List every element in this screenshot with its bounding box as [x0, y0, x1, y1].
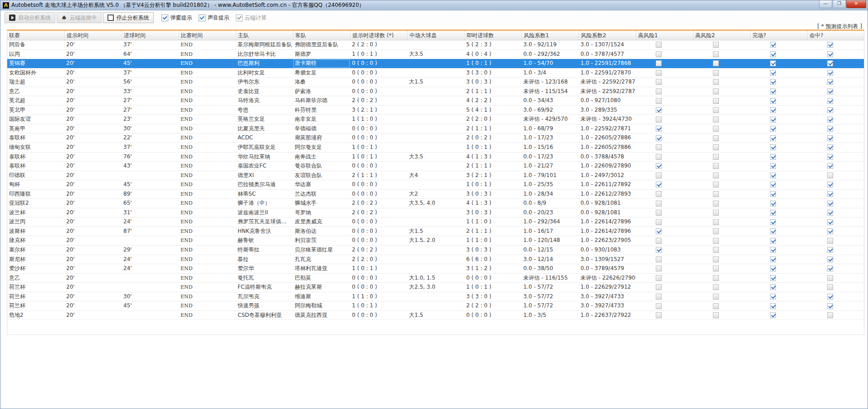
hit-checkbox[interactable]: [827, 256, 833, 262]
close-button[interactable]: ✕: [846, 0, 866, 8]
high_risk1-checkbox[interactable]: [656, 275, 662, 281]
high_risk2-checkbox[interactable]: [713, 79, 719, 85]
header-cell-3[interactable]: 比赛时间: [179, 31, 236, 40]
finished-checkbox[interactable]: [770, 312, 776, 318]
high_risk2-checkbox[interactable]: [713, 126, 719, 132]
finished-checkbox[interactable]: [770, 126, 776, 132]
table-row[interactable]: 英北甲20'27'END夸恩科芬特里3 ( 2 : 1 )5 ( 4 : 1 )…: [7, 106, 864, 115]
hit-checkbox[interactable]: [827, 210, 833, 216]
finished-checkbox[interactable]: [770, 51, 776, 57]
table-row[interactable]: 荷兰杯20'45'END快速男孩阿尔梅勒城1 ( 0 : 1 )2 ( 2 : …: [7, 301, 864, 311]
table-row[interactable]: 波兰杯20'31'END波兹南波兰II哥罗纳2 ( 0 : 2 )3 ( 0 :…: [7, 208, 864, 218]
high_risk1-checkbox[interactable]: [656, 144, 662, 150]
finished-checkbox[interactable]: [770, 60, 776, 66]
high_risk2-checkbox[interactable]: [713, 89, 719, 94]
finished-checkbox[interactable]: [770, 275, 776, 281]
high_risk1-checkbox[interactable]: [656, 201, 662, 207]
high_risk1-checkbox[interactable]: [656, 107, 662, 113]
header-cell-0[interactable]: 联赛: [7, 31, 64, 40]
hit-checkbox[interactable]: [827, 191, 833, 197]
hit-checkbox[interactable]: [827, 126, 833, 132]
table-row[interactable]: 阿后备20'37'END基尔梅斯阿根廷后备队弗朗德里亚后备队2 ( 2 : 0 …: [7, 40, 864, 50]
hit-checkbox[interactable]: [827, 219, 833, 225]
high_risk2-checkbox[interactable]: [713, 42, 719, 48]
high_risk1-checkbox[interactable]: [656, 42, 662, 48]
table-row[interactable]: 匈杯20'45'END巴拉顿奥尔马迪华达塞0 ( 0 : 0 )1 ( 0 : …: [7, 180, 864, 190]
hit-checkbox[interactable]: [827, 294, 833, 300]
table-row[interactable]: 英锦赛20'45'END巴恩斯利唐卡斯特0 ( 0 : 0 )1 ( 0 : 1…: [7, 59, 864, 69]
table-row[interactable]: 英南甲20'30'END比夏克里夫辛德福德0 ( 0 : 0 )2 ( 1 : …: [7, 124, 864, 134]
high_risk2-checkbox[interactable]: [713, 117, 719, 123]
high_risk2-checkbox[interactable]: [713, 219, 719, 225]
finished-checkbox[interactable]: [770, 42, 776, 48]
high_risk2-checkbox[interactable]: [713, 51, 719, 57]
table-row[interactable]: 意乙20'33'END史泰比亚萨索洛0 ( 0 : 0 )2 ( 1 : 1 )…: [7, 87, 864, 97]
high_risk1-checkbox[interactable]: [656, 238, 662, 244]
high_risk2-checkbox[interactable]: [713, 163, 719, 169]
high_risk2-checkbox[interactable]: [713, 135, 719, 141]
hit-checkbox[interactable]: [827, 201, 833, 207]
header-cell-14[interactable]: 命中?: [807, 31, 864, 40]
finished-checkbox[interactable]: [770, 117, 776, 123]
high_risk2-checkbox[interactable]: [713, 312, 719, 318]
table-row[interactable]: 缅甸女联20'37'END伊耶瓦底联女足阿尔曼女足1 ( 0 : 1 )1 ( …: [7, 143, 864, 153]
high_risk1-checkbox[interactable]: [656, 70, 662, 76]
header-cell-2[interactable]: 进球时间: [122, 31, 179, 40]
high_risk1-checkbox[interactable]: [656, 163, 662, 169]
high_risk2-checkbox[interactable]: [713, 256, 719, 262]
high_risk1-checkbox[interactable]: [656, 126, 662, 132]
table-row[interactable]: 爱沙杯20'24'END爱尔华塔林利瓦迪亚1 ( 0 : 1 )3 ( 1 : …: [7, 264, 864, 274]
hit-checkbox[interactable]: [827, 266, 833, 271]
hit-checkbox[interactable]: [827, 247, 833, 253]
maximize-button[interactable]: ❐: [833, 0, 846, 8]
table-row[interactable]: 意乙20'END曼托瓦巴勒莫0 ( 0 : 0 )大1.0, 1.50 ( 0 …: [7, 274, 864, 283]
high_risk2-checkbox[interactable]: [713, 107, 719, 113]
cloud-compute-checkbox[interactable]: 云端计算: [236, 14, 267, 22]
finished-checkbox[interactable]: [770, 182, 776, 187]
sound-alert-checkbox-box[interactable]: [199, 15, 205, 21]
header-cell-12[interactable]: 高风险2: [693, 31, 750, 40]
header-cell-8[interactable]: 即时进球数: [464, 31, 522, 40]
high_risk1-checkbox[interactable]: [656, 172, 662, 178]
table-row[interactable]: 女欧国杯外20'37'END比利时女足希腊女足0 ( 0 : 0 )3 ( 3 …: [7, 69, 864, 78]
finished-checkbox[interactable]: [770, 201, 776, 207]
finished-checkbox[interactable]: [770, 89, 776, 94]
finished-checkbox[interactable]: [770, 135, 776, 141]
cloud-connect-button[interactable]: ♠ 云端连接中: [57, 12, 102, 23]
finished-checkbox[interactable]: [770, 163, 776, 169]
finished-checkbox[interactable]: [770, 247, 776, 253]
high_risk1-checkbox[interactable]: [656, 79, 662, 85]
table-row[interactable]: 国际友谊20'23'END英格兰女足南非女足1 ( 1 : 0 )2 ( 2 :…: [7, 115, 864, 124]
high_risk2-checkbox[interactable]: [713, 182, 719, 187]
hit-checkbox[interactable]: [827, 89, 833, 94]
finished-checkbox[interactable]: [770, 191, 776, 197]
hit-checkbox[interactable]: [827, 70, 833, 76]
header-cell-5[interactable]: 客队: [293, 31, 350, 40]
hit-checkbox[interactable]: [827, 79, 833, 85]
header-cell-9[interactable]: 风险系数1: [522, 31, 579, 40]
finished-checkbox[interactable]: [770, 284, 776, 290]
table-row[interactable]: 荷兰杯20'ENDFC温特斯韦克赫拉克莱斯0 ( 0 : 0 )大2.5, 3.…: [7, 283, 864, 292]
finished-checkbox[interactable]: [770, 210, 776, 216]
hit-checkbox[interactable]: [827, 238, 833, 244]
header-cell-7[interactable]: 中场大球盘: [407, 31, 464, 40]
high_risk1-checkbox[interactable]: [656, 266, 662, 271]
finished-checkbox[interactable]: [770, 256, 776, 262]
high_risk2-checkbox[interactable]: [713, 191, 719, 197]
finished-checkbox[interactable]: [770, 238, 776, 244]
hit-checkbox[interactable]: [827, 303, 833, 309]
high_risk1-checkbox[interactable]: [656, 294, 662, 300]
high_risk2-checkbox[interactable]: [713, 210, 719, 216]
high_risk2-checkbox[interactable]: [713, 144, 719, 150]
high_risk1-checkbox[interactable]: [656, 98, 662, 104]
table-row[interactable]: 荷兰杯20'30'END瓦尔韦克维迪斯1 ( 1 : 0 )3 ( 3 : 0 …: [7, 292, 864, 302]
header-cell-10[interactable]: 风险系数2: [579, 31, 636, 40]
finished-checkbox[interactable]: [770, 144, 776, 150]
table-row[interactable]: 波兰丙20'24'END弗罗茨瓦夫足球俱...皮里奥威克0 ( 0 : 0 )1…: [7, 217, 864, 227]
hit-checkbox[interactable]: [827, 275, 833, 281]
finished-checkbox[interactable]: [770, 303, 776, 309]
high_risk2-checkbox[interactable]: [713, 98, 719, 104]
high_risk2-checkbox[interactable]: [713, 247, 719, 253]
hit-checkbox[interactable]: [827, 228, 833, 234]
high_risk1-checkbox[interactable]: [656, 284, 662, 290]
